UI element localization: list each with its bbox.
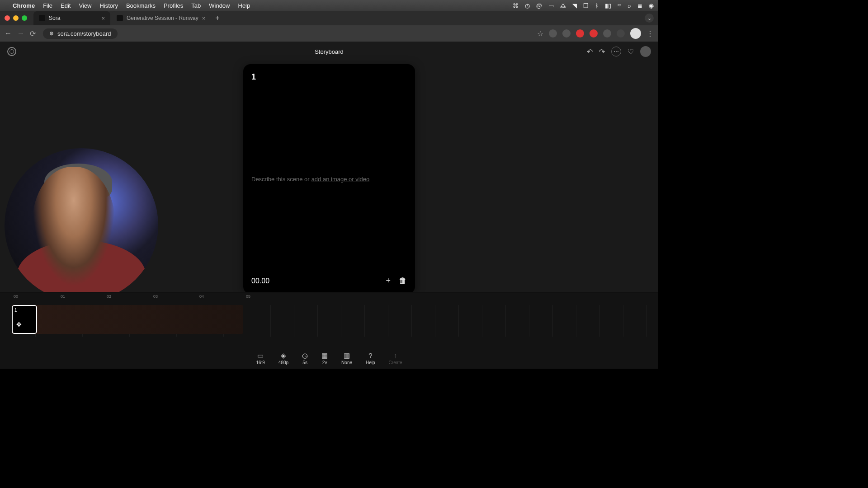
chrome-tabstrip: Sora × Generative Session - Runway × + ⌄ xyxy=(0,11,658,25)
timeline-panel: 00 01 02 03 04 05 1 xyxy=(0,292,658,348)
siri-icon[interactable]: ◉ xyxy=(649,2,654,9)
card-timestamp: 00.00 xyxy=(251,277,269,285)
style-button[interactable]: ▥ None xyxy=(341,352,352,365)
display-icon[interactable]: ▭ xyxy=(548,2,554,9)
profile-avatar[interactable] xyxy=(630,28,641,39)
bookmark-star-icon[interactable]: ☆ xyxy=(537,29,543,38)
prompt-placeholder-text: Describe this scene or xyxy=(251,176,310,183)
ruler-tick: 05 xyxy=(246,294,250,299)
site-info-icon[interactable]: ⚙ xyxy=(49,31,54,37)
duration-icon: ◷ xyxy=(302,352,308,359)
tab-overflow-button[interactable]: ⌄ xyxy=(645,14,654,23)
menu-tab[interactable]: Tab xyxy=(191,2,201,9)
extension-icon[interactable] xyxy=(576,29,584,38)
back-button[interactable]: ← xyxy=(5,29,12,38)
menu-file[interactable]: File xyxy=(43,2,52,9)
wifi-icon[interactable]: ⌔ xyxy=(618,2,621,9)
clip-label: 1 xyxy=(14,308,17,313)
aspect-ratio-button[interactable]: ▭ 16:9 xyxy=(256,352,264,365)
tool-label: Create xyxy=(389,360,402,365)
menu-history[interactable]: History xyxy=(99,2,118,9)
close-window-button[interactable] xyxy=(5,15,10,21)
create-icon: ↑ xyxy=(394,352,397,359)
ruler-tick: 03 xyxy=(153,294,158,299)
variations-button[interactable]: ▦ 2v xyxy=(321,352,328,365)
undo-button[interactable]: ↶ xyxy=(587,47,593,56)
window-icon[interactable]: ❐ xyxy=(583,2,589,9)
clock-icon[interactable]: ◷ xyxy=(525,2,530,9)
add-card-button[interactable]: + xyxy=(386,276,391,286)
menu-edit[interactable]: Edit xyxy=(61,2,71,9)
help-button[interactable]: ? Help xyxy=(366,352,375,365)
tool-label: 480p xyxy=(278,360,288,365)
sora-app: Storyboard ↶ ↷ ⋯ ♡ 1 Describe this scene… xyxy=(0,42,658,369)
status-icon[interactable]: ⁂ xyxy=(560,2,566,9)
macos-menubar: Chrome File Edit View History Bookmarks … xyxy=(0,0,658,11)
generation-toolbar: ▭ 16:9 ◈ 480p ◷ 5s ▦ 2v ▥ None ? Help ↑ … xyxy=(0,348,658,369)
extension-icon[interactable] xyxy=(549,29,557,38)
bluetooth-icon[interactable]: ᚼ xyxy=(595,2,599,9)
extensions-menu-icon[interactable] xyxy=(617,29,625,38)
ruler-tick: 02 xyxy=(107,294,111,299)
menu-help[interactable]: Help xyxy=(238,2,250,9)
create-button[interactable]: ↑ Create xyxy=(389,352,402,365)
app-header: Storyboard ↶ ↷ ⋯ ♡ xyxy=(0,42,658,61)
tab-sora[interactable]: Sora × xyxy=(33,11,110,25)
tool-label: 2v xyxy=(322,360,327,365)
webcam-overlay xyxy=(5,148,158,302)
battery-icon[interactable]: ▮▯ xyxy=(605,2,611,9)
maximize-window-button[interactable] xyxy=(22,15,27,21)
user-avatar[interactable] xyxy=(640,46,651,57)
duration-button[interactable]: ◷ 5s xyxy=(302,352,308,365)
timeline-clip-region[interactable] xyxy=(12,305,243,334)
tool-label: None xyxy=(341,360,352,365)
resolution-button[interactable]: ◈ 480p xyxy=(278,352,288,365)
tab-title: Sora xyxy=(49,15,60,21)
extension-icon[interactable] xyxy=(562,29,571,38)
address-bar[interactable]: ⚙ sora.com/storyboard xyxy=(43,28,118,39)
forward-button[interactable]: → xyxy=(17,29,24,38)
menubar-app-name[interactable]: Chrome xyxy=(13,2,35,9)
timeline-clip[interactable]: 1 xyxy=(12,305,37,334)
close-tab-icon[interactable]: × xyxy=(202,15,206,22)
url-text: sora.com/storyboard xyxy=(57,30,111,37)
status-icon[interactable]: @ xyxy=(536,2,542,9)
favicon-icon xyxy=(39,15,45,21)
new-tab-button[interactable]: + xyxy=(215,14,219,22)
cursor-icon[interactable]: ◥ xyxy=(572,2,577,9)
redo-button[interactable]: ↷ xyxy=(599,47,605,56)
minimize-window-button[interactable] xyxy=(13,15,19,21)
tab-title: Generative Session - Runway xyxy=(127,15,198,21)
menu-profiles[interactable]: Profiles xyxy=(164,2,183,9)
favicon-icon xyxy=(117,15,123,21)
menu-view[interactable]: View xyxy=(79,2,91,9)
chrome-toolbar: ← → ⟳ ⚙ sora.com/storyboard ☆ ⋮ xyxy=(0,25,658,42)
aspect-icon: ▭ xyxy=(257,352,264,359)
storyboard-card[interactable]: 1 Describe this scene or add an image or… xyxy=(243,64,415,294)
search-icon[interactable]: ⌕ xyxy=(627,2,631,9)
status-icon[interactable]: ⌘ xyxy=(513,2,519,9)
ruler-tick: 04 xyxy=(199,294,204,299)
notifications-icon[interactable]: ♡ xyxy=(627,47,634,56)
extension-icon[interactable] xyxy=(603,29,611,38)
timeline-track[interactable]: 1 xyxy=(0,305,658,337)
delete-card-button[interactable]: 🗑 xyxy=(399,276,407,286)
openai-logo-icon[interactable] xyxy=(7,47,16,56)
add-media-link[interactable]: add an image or video xyxy=(311,176,370,183)
more-menu-icon[interactable]: ⋯ xyxy=(611,47,621,56)
tool-label: Help xyxy=(366,360,375,365)
style-icon: ▥ xyxy=(344,352,350,359)
scene-prompt-input[interactable]: Describe this scene or add an image or v… xyxy=(251,82,407,276)
extension-icon[interactable] xyxy=(590,29,598,38)
menu-bookmarks[interactable]: Bookmarks xyxy=(126,2,156,9)
tool-label: 16:9 xyxy=(256,360,264,365)
chrome-menu-icon[interactable]: ⋮ xyxy=(646,29,654,38)
variations-icon: ▦ xyxy=(321,352,328,359)
menu-window[interactable]: Window xyxy=(209,2,230,9)
reload-button[interactable]: ⟳ xyxy=(30,29,36,38)
timeline-ruler[interactable]: 00 01 02 03 04 05 xyxy=(0,292,658,302)
tab-runway[interactable]: Generative Session - Runway × xyxy=(111,11,211,25)
control-center-icon[interactable]: ≣ xyxy=(637,2,642,9)
extensions-area xyxy=(549,29,625,38)
close-tab-icon[interactable]: × xyxy=(101,15,105,22)
